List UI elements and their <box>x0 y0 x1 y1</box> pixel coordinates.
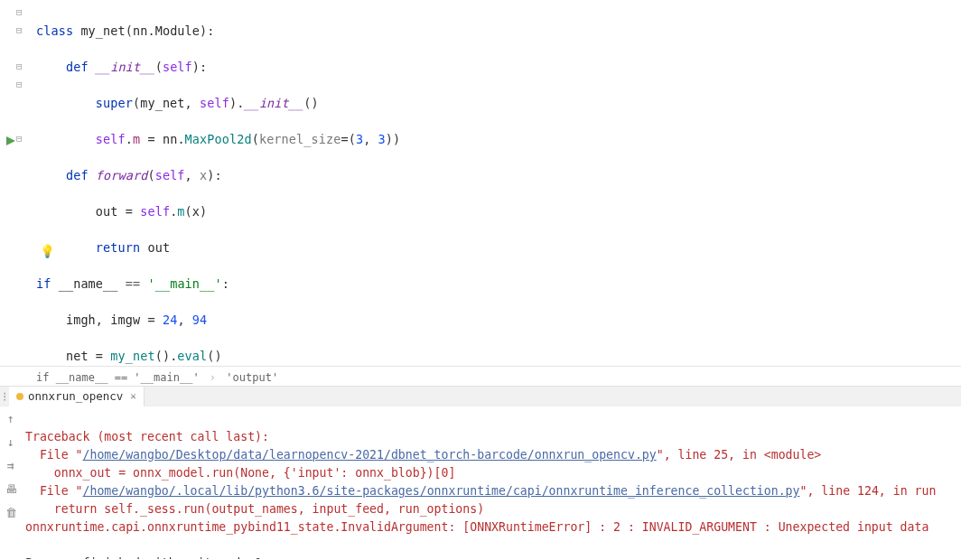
fold-icon[interactable]: ⊟ <box>16 130 23 148</box>
console-output[interactable]: Traceback (most recent call last): File … <box>22 406 961 559</box>
trace-line: File "/home/wangbo/.local/lib/python3.6/… <box>25 484 936 498</box>
exit-code: Process finished with exit code 1 <box>25 556 262 559</box>
breadcrumb[interactable]: if __name__ == '__main__' › 'output' <box>0 366 961 386</box>
breadcrumb-a[interactable]: if __name__ == '__main__' <box>36 371 200 384</box>
code-line[interactable]: class my_net(nn.Module): <box>36 22 961 40</box>
error-message: onnxruntime.capi.onnxruntime_pybind11_st… <box>25 520 928 534</box>
chevron-right-icon: › <box>210 371 216 384</box>
step-down-icon[interactable]: ↓ <box>7 434 14 452</box>
code-line[interactable]: net = my_net().eval() <box>36 347 961 365</box>
step-up-icon[interactable]: ↑ <box>7 410 14 428</box>
run-tab-bar: ⁝ onnxrun_opencv ✕ <box>0 386 961 406</box>
code-line[interactable]: imgh, imgw = 24, 94 <box>36 311 961 329</box>
source-link[interactable]: /home/wangbo/Desktop/data/learnopencv-20… <box>83 448 657 462</box>
code-editor[interactable]: 💡 ⊟⊟⊟⊟⊟ class my_net(nn.Module): def __i… <box>0 0 961 366</box>
trace-code: return self._sess.run(output_names, inpu… <box>25 502 484 516</box>
run-gutter-icon[interactable] <box>5 133 16 151</box>
status-dot-icon <box>16 393 23 400</box>
code-line[interactable]: return out <box>36 238 961 257</box>
fold-icon[interactable]: ⊟ <box>16 4 23 22</box>
code-body[interactable]: class my_net(nn.Module): def __init__(se… <box>36 0 961 366</box>
fold-icon[interactable]: ⊟ <box>16 22 23 40</box>
print-icon[interactable]: 🖶 <box>5 481 17 499</box>
drag-handle-icon[interactable]: ⁝ <box>0 387 9 406</box>
traceback-header: Traceback (most recent call last): <box>25 430 269 443</box>
close-icon[interactable]: ✕ <box>130 387 136 406</box>
trace-line: File "/home/wangbo/Desktop/data/learnope… <box>25 448 821 462</box>
run-tab-label: onnxrun_opencv <box>28 387 123 406</box>
console-panel: ↑ ↓ ⇉ 🖶 🗑 Traceback (most recent call la… <box>0 406 961 559</box>
code-line[interactable]: super(my_net, self).__init__() <box>36 94 961 112</box>
code-line[interactable]: out = self.m(x) <box>36 202 961 220</box>
fold-icon[interactable]: ⊟ <box>16 58 23 76</box>
fold-icon[interactable]: ⊟ <box>16 76 23 94</box>
trash-icon[interactable]: 🗑 <box>5 504 17 522</box>
wrap-icon[interactable]: ⇉ <box>7 457 14 475</box>
trace-code: onnx_out = onnx_model.run(None, {'input'… <box>25 466 455 480</box>
code-line[interactable]: def forward(self, x): <box>36 166 961 184</box>
code-line[interactable]: self.m = nn.MaxPool2d(kernel_size=(3, 3)… <box>36 130 961 148</box>
run-tab[interactable]: onnxrun_opencv ✕ <box>9 387 145 406</box>
breadcrumb-b[interactable]: 'output' <box>226 371 278 384</box>
source-link[interactable]: /home/wangbo/.local/lib/python3.6/site-p… <box>83 484 800 498</box>
console-toolbar: ↑ ↓ ⇉ 🖶 🗑 <box>0 406 22 559</box>
code-line[interactable]: def __init__(self): <box>36 58 961 76</box>
code-line[interactable]: if __name__ == '__main__': <box>36 275 961 293</box>
svg-marker-0 <box>6 136 15 145</box>
editor-gutter: 💡 ⊟⊟⊟⊟⊟ <box>0 0 32 366</box>
